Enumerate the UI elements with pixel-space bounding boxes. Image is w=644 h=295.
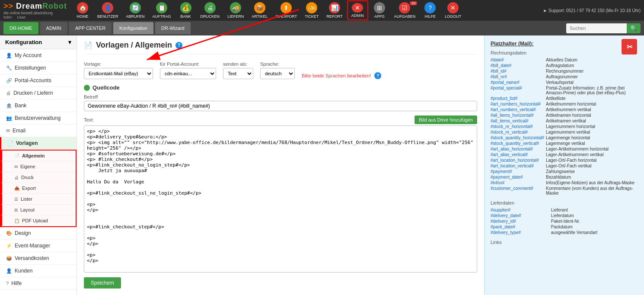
sidebar-sub-lister[interactable]: ☰ Lister	[1, 194, 76, 205]
save-button[interactable]: Speichern	[84, 277, 121, 289]
admin-button[interactable]: ADMIN	[40, 22, 67, 34]
placeholder-row: #stock_quantity_vertical#Lagermenge vert…	[491, 141, 638, 146]
lieferdaten-table: #supplier#Lieferant#delivery_date#Liefer…	[491, 207, 638, 235]
text-editor[interactable]	[84, 125, 477, 273]
sprache-group: Sprache: deutsch	[260, 61, 295, 79]
sidebar-sub-layout[interactable]: ⊞ Layout	[1, 205, 76, 215]
tab-dr-wizard[interactable]: DR-Wizard	[155, 22, 191, 34]
placeholder-row: #art_location_horizontal#Lager-Ort/-Fach…	[491, 157, 638, 163]
search-area: 🔍	[566, 23, 641, 33]
artikel-icon: 📦	[254, 2, 265, 13]
hilfe-sidebar-icon: ?	[6, 281, 9, 286]
senden-als-group: senden als: Text	[223, 61, 253, 79]
senden-als-label: senden als:	[223, 61, 253, 67]
sidebar-item-design[interactable]: 🎨 Design	[0, 227, 77, 240]
home-icon: 🏠	[77, 2, 88, 13]
nav-abrufen[interactable]: 🔄 ABRUFEN	[123, 0, 148, 20]
eigene-icon: ✉	[14, 164, 18, 169]
my-account-icon: 👤	[6, 53, 12, 58]
nav-ticket[interactable]: 🎫 TICKET	[301, 0, 322, 20]
search-button[interactable]: 🔍	[627, 23, 641, 33]
tab-konfiguration[interactable]: Konfiguration	[113, 22, 153, 34]
pdf-upload-icon: 📋	[14, 218, 19, 223]
dr-home-button[interactable]: DR-HOME	[3, 22, 38, 34]
drucken-liefern-icon: 🖨	[6, 90, 11, 96]
placeholder-row: #customer_comment#Kommentare (vom Kunden…	[491, 186, 638, 196]
aufgaben-badge: 20	[410, 1, 417, 5]
bank-icon: 💰	[180, 2, 191, 13]
sidebar-item-event-manager[interactable]: ⚡ Event-Manager	[0, 240, 77, 252]
sidebar-sub-eigene[interactable]: ✉ Eigene	[1, 161, 76, 172]
nav-apps[interactable]: ⊞ APPS	[369, 0, 390, 20]
sidebar-item-portal-accounts[interactable]: 🔗 Portal-Accounts	[0, 74, 77, 87]
portal-account-label: für Portal-Account:	[160, 61, 216, 67]
support-text: ► Support: 0521 / 97 79 42 150 (Mo-Fr 10…	[543, 8, 641, 13]
sidebar-item-kunden[interactable]: 👤 Kunden	[0, 265, 77, 277]
portal-account-group: für Portal-Account: cdn-einkau...	[160, 61, 216, 79]
versandkosten-icon: 📦	[6, 256, 12, 261]
drive-button[interactable]: Bild aus Drive hinzufügen	[414, 115, 477, 124]
nav-im-export[interactable]: ⬆ IM-EXPORT	[272, 0, 301, 20]
report-icon: 📊	[329, 2, 340, 13]
vorlage-select[interactable]: Erstkontakt-Mail (eBay)	[84, 68, 153, 79]
app-center-button[interactable]: APP CENTER	[69, 22, 112, 34]
sidebar-item-hilfe[interactable]: ? Hilfe	[0, 277, 77, 290]
nav-benutzer[interactable]: 👤 BENUTZER	[94, 0, 122, 20]
vorlage-group: Vorlage: Erstkontakt-Mail (eBay)	[84, 61, 153, 79]
placeholder-row: #all_items_horizontal#Artikelnamen horiz…	[491, 112, 638, 118]
sidebar-sub-allgemein[interactable]: 📄 Allgemein	[1, 151, 76, 161]
warning-help-icon[interactable]: ?	[374, 72, 381, 79]
placeholder-row: #art_alias_vertical#Lager-Artikelnummern…	[491, 152, 638, 157]
sidebar-item-benutzerverwaltung[interactable]: 👥 Benutzerverwaltung	[0, 112, 77, 125]
sidebar-item-versandkosten[interactable]: 📦 Versandkosten	[0, 252, 77, 265]
placeholder-row: #delivery_date#Lieferdatum	[491, 213, 638, 218]
nav-icons-bar: 🏠 HOME 👤 BENUTZER 🔄 ABRUFEN 📋 AUFTRAG 💰	[72, 0, 543, 20]
sidebar-sub-druck[interactable]: 🖨 Druck	[1, 172, 76, 183]
senden-als-select[interactable]: Text	[223, 68, 253, 79]
nav-logout[interactable]: ✕ LOGOUT	[441, 0, 465, 20]
sidebar-sub-pdf-upload[interactable]: 📋 PDF Upload	[1, 215, 76, 226]
placeholder-row: #portal_special#Portal-Zusatz Informatio…	[491, 85, 638, 96]
bank-sidebar-icon: 🏦	[6, 103, 12, 109]
benutzer-icon: 👤	[102, 2, 113, 13]
placeholder-row: #stock_quantity_horizontal#Lagermenge ho…	[491, 135, 638, 141]
placeholder-row: #stock_nr_horizontal#Lagernummern horizo…	[491, 124, 638, 129]
aufgaben-icon: ☑	[399, 2, 410, 13]
nav-admin[interactable]: ✕ ADMIN	[347, 0, 368, 20]
content-area: 📄 Vorlagen / Allgemein ? ✂ Vorlage: Erst…	[77, 35, 484, 295]
nav-hilfe[interactable]: ? HILFE	[420, 0, 440, 20]
nav-drucken[interactable]: 🖨 DRUCKEN	[197, 0, 223, 20]
section-links: Links	[491, 240, 638, 245]
page-title: Vorlagen / Allgemein	[96, 41, 172, 50]
nav-report[interactable]: 📊 REPORT	[323, 0, 346, 20]
benutzerverwaltung-icon: 👥	[6, 115, 12, 121]
design-icon: 🎨	[6, 231, 12, 236]
nav-aufgaben[interactable]: ☑ AUFGABEN 20	[391, 0, 419, 20]
betreff-input[interactable]	[84, 101, 477, 111]
sidebar-item-vorlagen[interactable]: 📄 Vorlagen	[0, 137, 77, 150]
druck-icon: 🖨	[14, 175, 19, 180]
abrufen-icon: 🔄	[130, 2, 141, 13]
logo-title: >> DreamRobot	[3, 2, 67, 11]
search-input[interactable]	[566, 23, 627, 33]
nav-home[interactable]: 🏠 HOME	[72, 0, 93, 20]
nav-artikel[interactable]: 📦 ARTIKEL	[248, 0, 271, 20]
sidebar-sub-export[interactable]: 📤 Export	[1, 183, 76, 194]
logo-subtitle: die online.bestell.abwicklung	[3, 11, 67, 15]
sidebar-item-my-account[interactable]: 👤 My Account	[0, 49, 77, 62]
sidebar-item-drucken-liefern[interactable]: 🖨 Drucken / Liefern	[0, 87, 77, 99]
sprache-select[interactable]: deutsch	[260, 68, 295, 79]
event-manager-icon: ⚡	[6, 243, 12, 249]
lister-icon: ☰	[14, 197, 18, 202]
sidebar-item-email[interactable]: ✉ Email	[0, 125, 77, 137]
liefern-icon: 🚚	[230, 2, 241, 13]
nav-auftrag[interactable]: 📋 AUFTRAG	[149, 0, 175, 20]
sidebar-item-bank[interactable]: 🏦 Bank	[0, 99, 77, 112]
portal-account-select[interactable]: cdn-einkau...	[160, 68, 216, 79]
nav-bank[interactable]: 💰 BANK	[175, 0, 196, 20]
placeholder-row: #art_numbers_horizontal#Artikelnummern h…	[491, 101, 638, 107]
placeholder-row: #bill_id#Rechnungsnummer	[491, 68, 638, 74]
nav-liefern[interactable]: 🚚 LIEFERN	[224, 0, 247, 20]
sidebar-item-einstellungen[interactable]: 🔧 Einstellungen	[0, 62, 77, 74]
help-icon[interactable]: ?	[175, 42, 182, 49]
